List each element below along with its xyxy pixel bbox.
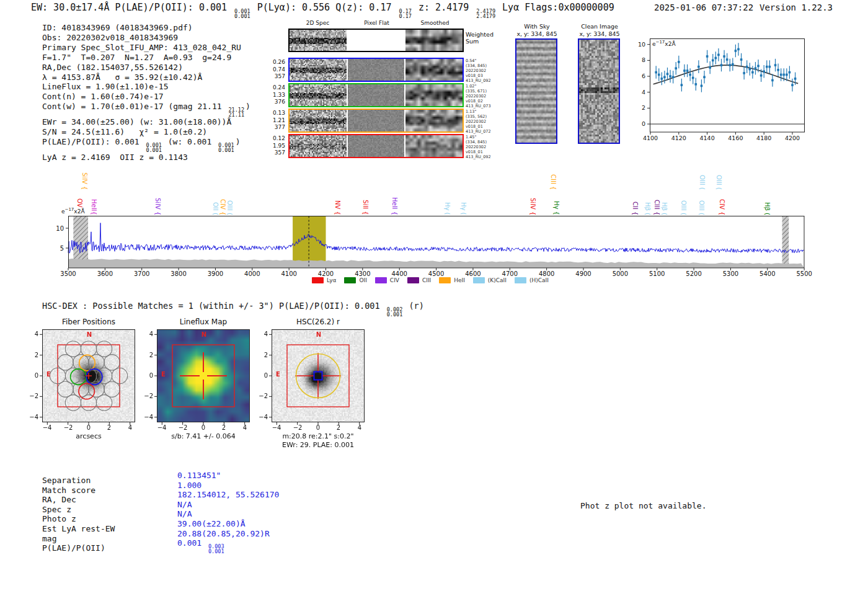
fiber-xlabel: arcsecs — [30, 432, 148, 440]
svg-text:4700: 4700 — [502, 270, 518, 277]
north-label: N — [86, 331, 93, 338]
legend-swatch — [312, 277, 324, 283]
with-sky-xy: x, y: 334, 845 — [513, 30, 560, 37]
svg-text:4120: 4120 — [671, 135, 686, 141]
spec2d-row-right-labels: 0.54"(334, 845)20220302v018_03413_RU_092 — [466, 58, 504, 83]
data-point — [743, 72, 745, 74]
table-row: RA, Dec182.154012, 55.526170 — [42, 495, 279, 505]
data-point — [755, 67, 757, 69]
spec2d-smoothed-image — [405, 84, 463, 106]
data-point — [735, 50, 737, 52]
spec2d-cell-canvas — [290, 110, 347, 131]
svg-text:4800: 4800 — [539, 270, 554, 277]
spec2d-row — [288, 58, 464, 82]
fiber-overlay — [38, 326, 139, 426]
data-point — [769, 66, 771, 68]
data-point — [675, 67, 677, 69]
legend-label: Lyα — [327, 277, 336, 283]
data-point — [791, 84, 794, 86]
legend-swatch — [515, 277, 526, 283]
clean-image-title: Clean Image — [575, 23, 624, 30]
x-tick-label: 0 — [81, 424, 96, 431]
match-field-value: 39.00(±22.00)Å — [177, 519, 246, 528]
data-point — [771, 79, 774, 82]
y-tick-label: 2 — [254, 352, 268, 358]
selected-fiber-circle — [71, 369, 86, 384]
fiber-circle — [81, 395, 96, 411]
data-point — [663, 76, 666, 79]
spec2d-cell-canvas — [348, 59, 405, 81]
data-point — [681, 84, 683, 86]
match-field-value: 182.154012, 55.526170 — [177, 490, 279, 499]
svg-text:0: 0 — [642, 120, 645, 127]
fiber-circle — [58, 381, 73, 397]
spec2d-smoothed-image — [405, 59, 463, 81]
noise-floor — [68, 259, 804, 268]
spec2d-row — [288, 134, 464, 158]
line-fit-ylabel: e−17x2Å — [652, 40, 676, 47]
fiber-circle — [65, 341, 81, 357]
svg-text:5100: 5100 — [649, 270, 665, 277]
data-point — [669, 75, 671, 78]
legend-item: OII — [344, 277, 366, 283]
svg-text:8: 8 — [642, 56, 645, 63]
data-point — [720, 64, 723, 66]
masked-band — [782, 216, 789, 269]
y-tick-label: 0 — [25, 372, 38, 379]
spec2d-row-left-labels: 0.241.33376 — [260, 84, 285, 106]
svg-text:4140: 4140 — [700, 135, 715, 141]
svg-text:4600: 4600 — [465, 270, 480, 277]
match-field-value: N/A — [177, 509, 192, 518]
spec2d-row — [288, 83, 464, 107]
legend-item: (K)CaII — [473, 277, 507, 283]
legend-item: (H)CaII — [515, 277, 549, 283]
spec2d-2d-image — [290, 110, 347, 131]
data-point — [786, 74, 788, 76]
data-point — [757, 65, 760, 68]
y-tick-label: 4 — [140, 331, 153, 337]
data-point — [737, 48, 740, 51]
match-field-value: N/A — [177, 500, 192, 509]
data-point — [763, 71, 765, 73]
hsc-caption-2: EWr: 29. PLAE: 0.001 — [259, 441, 377, 449]
with-sky-panel — [515, 38, 557, 144]
hsc-cutout-title: HSC(26.2) r — [272, 318, 365, 326]
clean-image-panel — [578, 38, 620, 144]
data-point — [740, 58, 743, 61]
spec2d-pixelflat-image — [348, 84, 405, 106]
info-line: RA,Dec (182.154037,55.526142) — [42, 63, 250, 73]
north-label: N — [315, 331, 322, 338]
y-tick-label: 0 — [140, 372, 153, 379]
data-point — [728, 64, 731, 66]
spec2d-row-left-labels: 0.131.21377 — [260, 110, 285, 131]
info-line: LyA z = 2.4169 OII z = 0.1143 — [42, 153, 250, 162]
x-tick-label: −2 — [290, 424, 305, 431]
match-field-value: 0.001 0.0030.001 — [177, 538, 226, 548]
table-row: P(LAE)/P(OII)0.001 0.0030.001 — [42, 543, 279, 553]
emission-line-label: CIII { — [549, 174, 557, 190]
legend-label: CIV — [390, 277, 399, 283]
y-tick-label: −2 — [254, 393, 268, 399]
spec2d-row-cells — [290, 84, 463, 106]
info-line: S/N = 24.5(±11.6) χ² = 1.0(±0.2) — [42, 127, 250, 137]
spec2d-cell-canvas — [405, 59, 463, 81]
svg-text:5000: 5000 — [613, 270, 628, 277]
legend-label: CIII — [422, 277, 431, 283]
legend-label: HeII — [454, 277, 465, 283]
legend-swatch — [375, 277, 387, 283]
data-point — [698, 66, 700, 68]
svg-text:4300: 4300 — [355, 270, 370, 277]
svg-text:5300: 5300 — [723, 270, 738, 277]
match-field-value: 0.113451" — [177, 471, 221, 480]
with-sky-title: With Sky — [513, 23, 560, 30]
data-point — [703, 76, 706, 79]
x-tick-label: 4 — [352, 424, 367, 431]
spec2d-smoothed-image — [405, 135, 463, 157]
full-spectrum-plot: 3500360037003800390040004100420043004400… — [56, 211, 834, 285]
y-tick-label: 0 — [254, 372, 268, 379]
line-fit-plot: 4100412041404160418042000246810 — [632, 34, 812, 143]
svg-text:3900: 3900 — [208, 270, 223, 277]
fiber-circle — [89, 355, 104, 370]
data-point — [749, 68, 751, 71]
x-tick-label: −4 — [154, 424, 169, 431]
